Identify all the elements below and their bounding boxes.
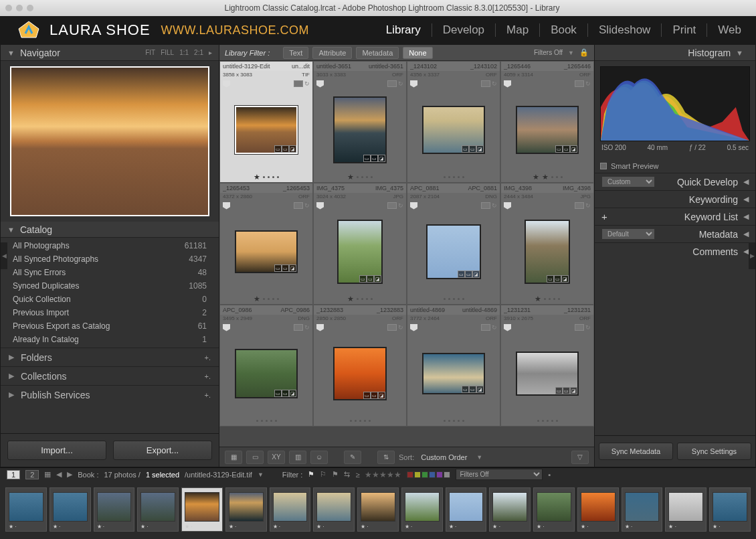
flag-unflagged-icon[interactable]: ⚐: [320, 470, 326, 479]
survey-view-button[interactable]: ▥: [289, 451, 306, 464]
color-label[interactable]: [421, 471, 428, 478]
lock-icon[interactable]: 🔒: [579, 48, 589, 57]
filmstrip-thumb[interactable]: ★ ·: [709, 487, 751, 532]
panel-metadata[interactable]: DefaultMetadata◀: [595, 225, 755, 242]
flag-icon[interactable]: [504, 80, 511, 88]
rating-gte-icon[interactable]: ≥: [355, 471, 359, 479]
catalog-row[interactable]: All Sync Errors48: [1, 266, 219, 279]
compare-view-button[interactable]: XY: [268, 451, 285, 464]
panel-comments[interactable]: Comments◀: [595, 242, 755, 260]
filmstrip-thumb[interactable]: ★ ·: [5, 487, 47, 532]
flag-icon[interactable]: [504, 202, 511, 210]
panel-quick-develop[interactable]: CustomQuick Develop◀: [595, 173, 755, 190]
import-button[interactable]: Import...: [7, 441, 106, 460]
grid-view-button[interactable]: ▦: [225, 451, 242, 464]
filter-lock-icon[interactable]: ▪: [548, 471, 551, 479]
filmstrip-thumb[interactable]: ★ ·: [270, 487, 311, 532]
grid-cell[interactable]: APC_0881APC_08812087 x 2104DNG↻▭▭◪: [407, 183, 500, 305]
navigator-header[interactable]: ▼ Navigator FITFILL1:12:1▸: [1, 45, 219, 61]
flag-icon[interactable]: [316, 324, 324, 331]
filter-none[interactable]: None: [403, 47, 432, 59]
color-label[interactable]: [444, 471, 450, 478]
left-panel-toggle[interactable]: ◀: [1, 242, 7, 269]
navigator-preview[interactable]: [1, 61, 219, 222]
flag-rejected-icon[interactable]: ⚑: [332, 470, 339, 479]
grid-cell[interactable]: IMG_4375IMG_43753024 x 4032JPG↻▭▭◪★: [313, 183, 407, 305]
filter-color-labels[interactable]: [407, 471, 450, 478]
filter-text[interactable]: Text: [283, 47, 308, 59]
flag-icon[interactable]: [316, 202, 324, 210]
panel-collections[interactable]: ▶Collections+.: [1, 366, 219, 385]
grid-cell[interactable]: IMG_4398IMG_43982444 x 3484JPG↻▭▭◪★: [500, 183, 594, 305]
export-button[interactable]: Export...: [113, 441, 212, 460]
grid-cell[interactable]: APC_0986APC_09863495 x 2949DNG↻▭▭◪: [219, 305, 313, 427]
painter-tool[interactable]: ✎: [344, 451, 361, 464]
catalog-row[interactable]: Previous Export as Catalog61: [1, 319, 219, 333]
module-web[interactable]: Web: [707, 23, 741, 37]
sync-settings-button[interactable]: Sync Settings: [677, 443, 751, 460]
zoom-2:1[interactable]: 2:1: [194, 49, 203, 56]
flag-icon[interactable]: [410, 324, 417, 331]
sort-direction-button[interactable]: ⇅: [377, 451, 395, 464]
filmstrip-thumb[interactable]: ★ ·: [446, 487, 487, 532]
filter-rating-stars[interactable]: ★★★★★: [365, 470, 401, 479]
grid-cell[interactable]: _1265453_12654534372 x 2860ORF↻▭▭◪★: [219, 183, 313, 305]
grid-cell[interactable]: _1231231_12312313910 x 2675ORF↻▭▭◪: [500, 305, 594, 427]
catalog-row[interactable]: All Photographs61181: [1, 239, 219, 252]
histogram-chart[interactable]: [600, 66, 750, 141]
catalog-row[interactable]: All Synced Photographs4347: [1, 252, 219, 266]
panel-keyword-list[interactable]: +Keyword List◀: [595, 208, 755, 225]
filmstrip-thumb[interactable]: ★ ·: [50, 487, 91, 532]
grid-cell[interactable]: untitled-4869untitled-48693772 x 2464ORF…: [407, 305, 500, 427]
toolbar-menu-button[interactable]: ▽: [571, 451, 589, 464]
panel-folders[interactable]: ▶Folders+.: [1, 348, 219, 366]
flag-icon[interactable]: [410, 202, 417, 210]
color-label[interactable]: [429, 471, 436, 478]
second-window-button[interactable]: 2: [25, 470, 39, 479]
filters-off-dropdown[interactable]: Filters Off: [534, 49, 563, 56]
filmstrip-thumb[interactable]: ★ ·: [137, 487, 179, 532]
module-develop[interactable]: Develop: [432, 23, 496, 37]
rating-equal-icon[interactable]: ⇆: [344, 470, 350, 479]
filmstrip-thumb[interactable]: ★ ·: [181, 487, 223, 532]
flag-icon[interactable]: [504, 324, 511, 331]
grid-cell[interactable]: untitled-3651untitled-36513033 x 3383ORF…: [313, 61, 407, 183]
flag-flagged-icon[interactable]: ⚑: [308, 470, 314, 479]
back-arrow-icon[interactable]: ◀: [56, 470, 62, 479]
sort-value[interactable]: Custom Order: [421, 453, 467, 461]
filmstrip-thumb[interactable]: ★ ·: [401, 487, 443, 532]
grid-cell[interactable]: _1232883_12328832850 x 2850ORF↻▭▭◪: [313, 305, 407, 427]
sync-metadata-button[interactable]: Sync Metadata: [599, 443, 673, 460]
filmstrip[interactable]: ★ ·★ ·★ ·★ ·★ ·★ ·★ ·★ ·★ ·★ ·★ ·★ ·★ ·★…: [0, 481, 756, 538]
catalog-row[interactable]: Previous Import2: [1, 306, 219, 319]
filter-attribute[interactable]: Attribute: [312, 47, 352, 59]
grid-icon[interactable]: ▦: [44, 470, 51, 479]
flag-icon[interactable]: [223, 80, 230, 88]
flag-icon[interactable]: [316, 80, 324, 88]
panel-keywording[interactable]: Keywording◀: [595, 190, 755, 208]
grid-cell[interactable]: untitled-3129-Editun...dit3858 x 3083TIF…: [219, 61, 313, 183]
module-map[interactable]: Map: [496, 23, 540, 37]
loupe-view-button[interactable]: ▭: [246, 451, 264, 464]
flag-icon[interactable]: [223, 324, 230, 331]
filmstrip-thumb[interactable]: ★ ·: [94, 487, 135, 532]
filmstrip-thumb[interactable]: ★ ·: [665, 487, 706, 532]
zoom-fill[interactable]: FILL: [161, 49, 174, 56]
filter-metadata[interactable]: Metadata: [356, 47, 399, 59]
people-view-button[interactable]: ☺: [310, 451, 328, 464]
filter-preset-select[interactable]: Filters Off: [456, 469, 543, 480]
catalog-row[interactable]: Already In Catalog1: [1, 333, 219, 346]
histogram-header[interactable]: Histogram ▼: [595, 45, 755, 61]
filmstrip-thumb[interactable]: ★ ·: [225, 487, 267, 532]
module-book[interactable]: Book: [540, 23, 588, 37]
grid-cell[interactable]: _1243102_12431024356 x 3337ORF↻▭▭◪: [407, 61, 500, 183]
color-label[interactable]: [436, 471, 443, 478]
panel-publish-services[interactable]: ▶Publish Services+.: [1, 385, 219, 404]
window-controls[interactable]: [5, 5, 33, 11]
color-label[interactable]: [414, 471, 421, 478]
flag-icon[interactable]: [410, 80, 417, 88]
catalog-row[interactable]: Synced Duplicates1085: [1, 279, 219, 293]
module-slideshow[interactable]: Slideshow: [588, 23, 662, 37]
zoom-1:1[interactable]: 1:1: [179, 49, 189, 56]
module-print[interactable]: Print: [662, 23, 707, 37]
